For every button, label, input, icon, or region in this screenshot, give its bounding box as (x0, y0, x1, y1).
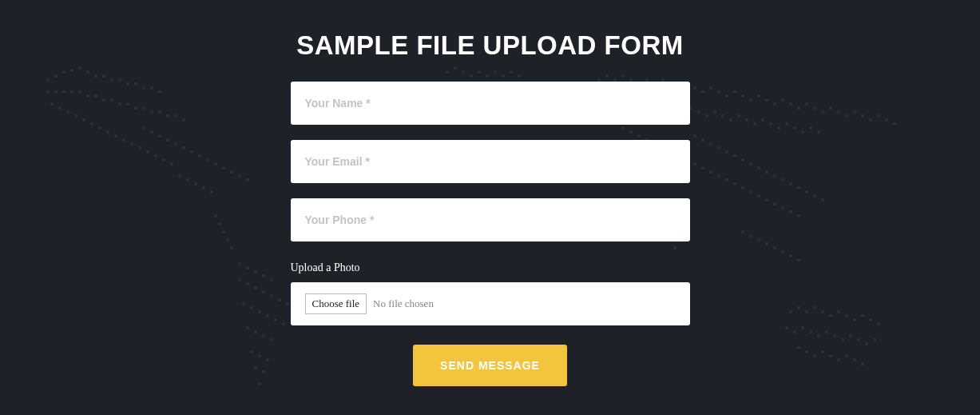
upload-label: Upload a Photo (291, 261, 690, 274)
page-title: SAMPLE FILE UPLOAD FORM (296, 30, 684, 61)
form-container: SAMPLE FILE UPLOAD FORM Upload a Photo C… (0, 0, 980, 386)
name-input[interactable] (291, 82, 690, 125)
upload-form: Upload a Photo Choose file No file chose… (291, 82, 690, 386)
choose-file-button[interactable]: Choose file (305, 293, 367, 314)
file-input-row: Choose file No file chosen (291, 282, 690, 325)
phone-input[interactable] (291, 198, 690, 241)
email-input[interactable] (291, 140, 690, 183)
no-file-text: No file chosen (373, 297, 434, 310)
send-message-button[interactable]: SEND MESSAGE (413, 345, 567, 386)
